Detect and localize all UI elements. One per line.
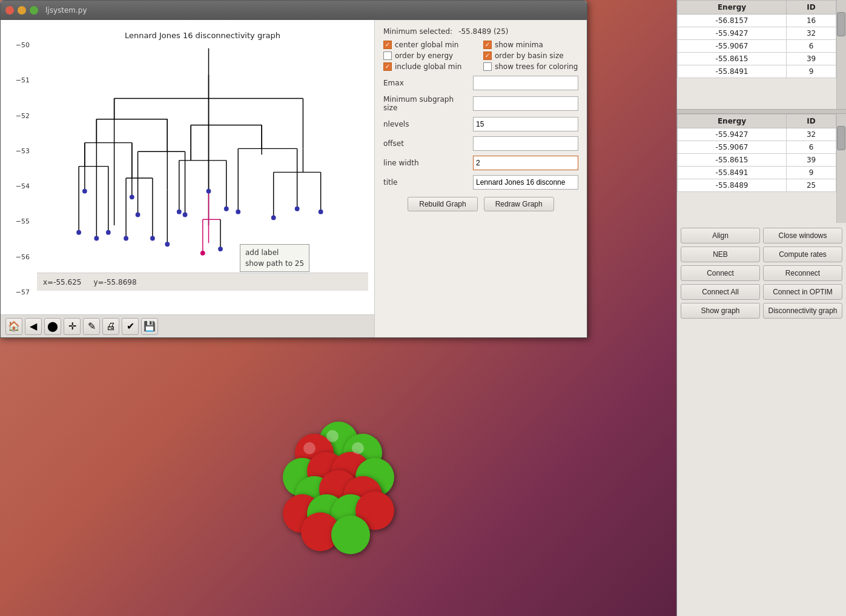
rebuild-graph-button[interactable]: Rebuild Graph [408, 197, 477, 211]
min-subgraph-input[interactable] [473, 96, 578, 111]
table-row[interactable]: -55.8489 25 [678, 179, 836, 192]
top-scrollbar-thumb[interactable] [837, 12, 845, 36]
table-row[interactable]: -55.8491 9 [678, 167, 836, 179]
title-label: title [383, 178, 468, 187]
home-button[interactable]: 🏠 [5, 318, 22, 335]
y-label-53: −53 [5, 147, 30, 155]
molecule-area [0, 338, 676, 616]
print-button[interactable]: 🖨 [102, 318, 119, 335]
top-table-section: Energy ID -56.8157 16 -55.9427 32 [677, 0, 846, 109]
nlevels-input[interactable] [473, 117, 578, 131]
forward-button[interactable]: ⬤ [44, 318, 61, 335]
option-center-global-min[interactable]: center global min [383, 41, 478, 49]
x-coord: x=-55.625 [43, 278, 81, 286]
minimize-button[interactable] [18, 6, 26, 15]
min-subgraph-label: Minimum subgraph size [383, 95, 468, 112]
y-label-52: −52 [5, 112, 30, 120]
id-cell: 25 [787, 179, 836, 192]
svg-point-59 [207, 189, 211, 194]
option-show-minima[interactable]: show minima [483, 41, 578, 49]
y-label-56: −56 [5, 253, 30, 261]
table-row[interactable]: -55.9067 6 [678, 40, 836, 53]
option-order-by-basin-size[interactable]: order by basin size [483, 51, 578, 60]
maximize-button[interactable] [30, 6, 38, 15]
checkbox-order-by-basin-size[interactable] [483, 51, 492, 60]
bottom-table-section: Energy ID -55.9427 32 -55.9067 6 [677, 114, 846, 223]
svg-point-67 [218, 247, 223, 251]
top-table-id-header: ID [787, 1, 836, 15]
offset-input[interactable] [473, 136, 578, 151]
align-button[interactable]: Align [681, 228, 760, 243]
energy-cell: -55.9427 [678, 27, 787, 40]
y-label-54: −54 [5, 182, 30, 190]
y-axis: −50 −51 −52 −53 −54 −55 −56 −57 [5, 41, 30, 296]
table-row[interactable]: -55.8615 39 [678, 53, 836, 65]
connect-in-optim-button[interactable]: Connect in OPTIM [763, 284, 842, 300]
close-button[interactable] [5, 6, 14, 15]
min-selected-value: -55.8489 (25) [458, 27, 508, 36]
checkbox-include-global-min[interactable] [383, 62, 392, 71]
table-row[interactable]: -56.8157 16 [678, 15, 836, 27]
neb-button[interactable]: NEB [681, 247, 760, 262]
label-include-global-min: include global min [395, 62, 461, 71]
option-order-by-energy[interactable]: order by energy [383, 51, 478, 60]
close-windows-button[interactable]: Close windows [763, 228, 842, 243]
connect-button[interactable]: Connect [681, 265, 760, 281]
toolbar: 🏠 ◀ ⬤ ✛ ✎ 🖨 ✔ 💾 [1, 314, 374, 337]
save-button[interactable]: 💾 [141, 318, 158, 335]
table-row[interactable]: -55.9427 32 [678, 128, 836, 141]
table-row[interactable]: -55.9067 6 [678, 141, 836, 154]
show-graph-button[interactable]: Show graph [681, 303, 760, 319]
back-button[interactable]: ◀ [25, 318, 42, 335]
compute-rates-button[interactable]: Compute rates [763, 247, 842, 262]
svg-point-57 [177, 210, 182, 214]
check-button[interactable]: ✔ [122, 318, 139, 335]
disconnectivity-graph-svg[interactable]: ↖ [43, 42, 374, 273]
label-center-global-min: center global min [395, 41, 458, 49]
energy-cell: -56.8157 [678, 15, 787, 27]
checkbox-order-by-energy[interactable] [383, 51, 392, 60]
svg-point-64 [130, 194, 134, 199]
checkbox-center-global-min[interactable] [383, 41, 392, 49]
title-input[interactable] [473, 175, 578, 190]
edit-button[interactable]: ✎ [83, 318, 100, 335]
nlevels-label: nlevels [383, 120, 468, 128]
min-subgraph-row: Minimum subgraph size [383, 95, 578, 112]
checkbox-show-trees-for-coloring[interactable] [483, 62, 492, 71]
id-cell: 9 [787, 65, 836, 78]
coords-bar: x=-55.625 y=-55.8698 [37, 273, 368, 291]
bottom-table-scrollbar[interactable] [836, 114, 846, 223]
emax-input[interactable] [473, 76, 578, 90]
energy-cell: -55.8491 [678, 167, 787, 179]
checkbox-show-minima[interactable] [483, 41, 492, 49]
redraw-graph-button[interactable]: Redraw Graph [484, 197, 554, 211]
option-include-global-min[interactable]: include global min [383, 62, 478, 71]
table-row[interactable]: -55.8491 9 [678, 65, 836, 78]
option-show-trees-for-coloring[interactable]: show trees for coloring [483, 62, 578, 71]
graph-canvas[interactable]: Lennard Jones 16 disconnectivity graph −… [1, 20, 374, 314]
svg-point-56 [183, 213, 188, 217]
svg-point-50 [106, 230, 111, 235]
table-row[interactable]: -55.8615 39 [678, 154, 836, 167]
move-tool-button[interactable]: ✛ [64, 318, 81, 335]
id-cell: 39 [787, 154, 836, 167]
graph-tooltip: add label show path to 25 [240, 244, 309, 272]
line-width-input[interactable] [473, 156, 578, 170]
svg-point-54 [136, 213, 140, 217]
bottom-scrollbar-thumb[interactable] [837, 126, 845, 150]
reconnect-button[interactable]: Reconnect [763, 265, 842, 281]
id-cell: 39 [787, 53, 836, 65]
svg-point-62 [295, 207, 300, 211]
tooltip-line2: show path to 25 [245, 258, 304, 269]
id-cell: 9 [787, 167, 836, 179]
table-row[interactable]: -55.9427 32 [678, 27, 836, 40]
id-cell: 6 [787, 141, 836, 154]
connect-all-button[interactable]: Connect All [681, 284, 760, 300]
top-table-energy-header: Energy [678, 1, 787, 15]
y-label-57: −57 [5, 288, 30, 296]
tooltip-line1: add label [245, 247, 304, 258]
emax-row: Emax [383, 76, 578, 90]
disconnectivity-graph-button[interactable]: Disconnectivity graph [763, 303, 842, 319]
window-content: Lennard Jones 16 disconnectivity graph −… [1, 20, 587, 337]
top-table-scrollbar[interactable] [836, 0, 846, 109]
